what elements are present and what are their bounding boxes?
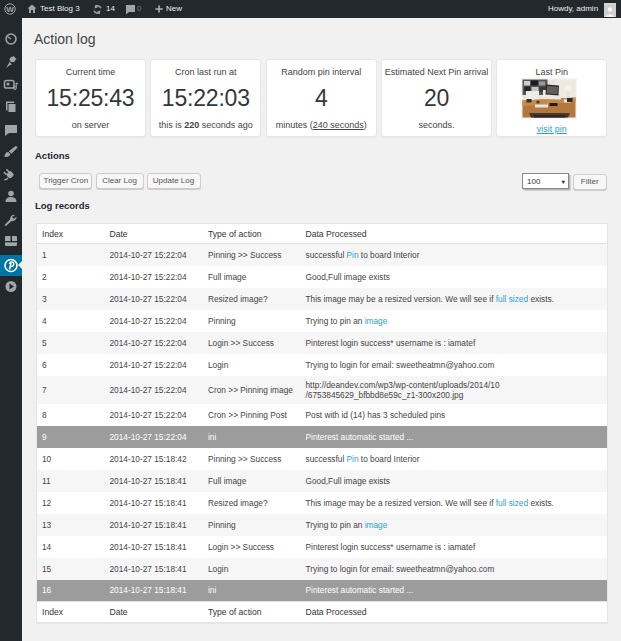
svg-text:W: W — [6, 5, 14, 14]
